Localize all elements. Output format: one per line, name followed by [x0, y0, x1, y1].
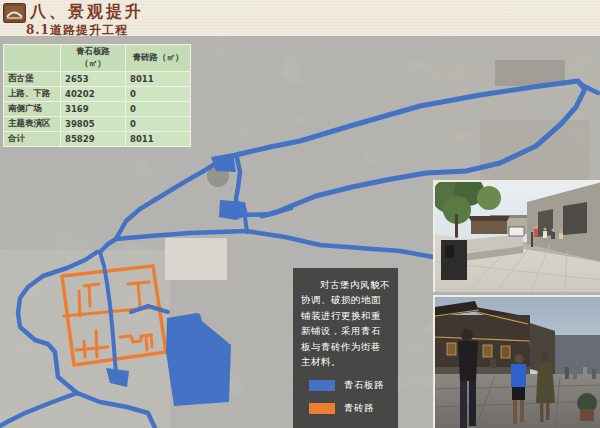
stone-road-swatch [309, 380, 335, 391]
table-header-row: 青石板路（㎡） 青砖路（㎡） [4, 45, 191, 72]
bridge-seal-icon [3, 3, 26, 23]
bollard [531, 232, 533, 247]
table-row: 上路、下路 40202 0 [4, 87, 191, 102]
wedge-connector [245, 217, 247, 232]
cell-stone: 85829 [61, 132, 126, 147]
row-label: 南侧广场 [4, 102, 61, 117]
castle-lane-orange [79, 291, 80, 316]
street-sign [509, 227, 524, 236]
pavilion [471, 220, 507, 234]
legend-item-stone-road: 青石板路 [309, 379, 390, 392]
castle-lane-orange [146, 336, 147, 350]
legend-label: 青砖路 [344, 402, 374, 415]
row-label: 合计 [4, 132, 61, 147]
castle-lane-orange [151, 335, 152, 347]
cell-stone: 39805 [61, 117, 126, 132]
castle-lane-orange [84, 284, 99, 286]
castle-lane-orange [138, 283, 140, 307]
table-row: 合计 85829 8011 [4, 132, 191, 147]
page-subtitle: 8.1道路提升工程 [26, 22, 128, 39]
potted-plant [577, 393, 597, 421]
cell-stone: 2653 [61, 72, 126, 87]
note-text: 对古堡内风貌不协调、破损的地面铺装进行更换和重新铺设，采用青石板与青砖作为街巷主… [301, 277, 390, 369]
brick-road-swatch [309, 403, 335, 414]
table-row: 西古堡 2653 8011 [4, 72, 191, 87]
cell-brick: 8011 [126, 72, 191, 87]
cell-stone: 3169 [61, 102, 126, 117]
table-header-brick: 青砖路（㎡） [126, 45, 191, 72]
note-panel: 对古堡内风貌不协调、破损的地面铺装进行更换和重新铺设，采用青石板与青砖作为街巷主… [293, 268, 398, 428]
legend-label: 青石板路 [344, 379, 384, 392]
cell-brick: 0 [126, 102, 191, 117]
photo-historic-street-dusk [433, 295, 600, 428]
cell-brick: 8011 [126, 132, 191, 147]
table-row: 主题表演区 39805 0 [4, 117, 191, 132]
row-label: 主题表演区 [4, 117, 61, 132]
cell-brick: 0 [126, 87, 191, 102]
table-header-blank [4, 45, 61, 72]
storefront-window [563, 202, 587, 235]
row-label: 上路、下路 [4, 87, 61, 102]
page-title: 八、景观提升 [30, 2, 144, 23]
cell-stone: 40202 [61, 87, 126, 102]
row-label: 西古堡 [4, 72, 61, 87]
photo-renovated-street-day [433, 180, 600, 292]
castle-lane-orange [96, 331, 97, 357]
table-header-stone: 青石板路（㎡） [61, 45, 126, 72]
slide: 八、景观提升 8.1道路提升工程 青石板路（㎡） 青砖路（㎡） 西古堡 2653… [0, 0, 600, 428]
pavement-area-table: 青石板路（㎡） 青砖路（㎡） 西古堡 2653 8011 上路、下路 40202… [3, 44, 191, 147]
cell-brick: 0 [126, 117, 191, 132]
legend-item-brick-road: 青砖路 [309, 402, 390, 415]
tree-canopy [477, 186, 501, 210]
castle-lane-orange [89, 286, 90, 306]
table-row: 南侧广场 3169 0 [4, 102, 191, 117]
map-legend: 青石板路 青砖路 [301, 379, 390, 415]
